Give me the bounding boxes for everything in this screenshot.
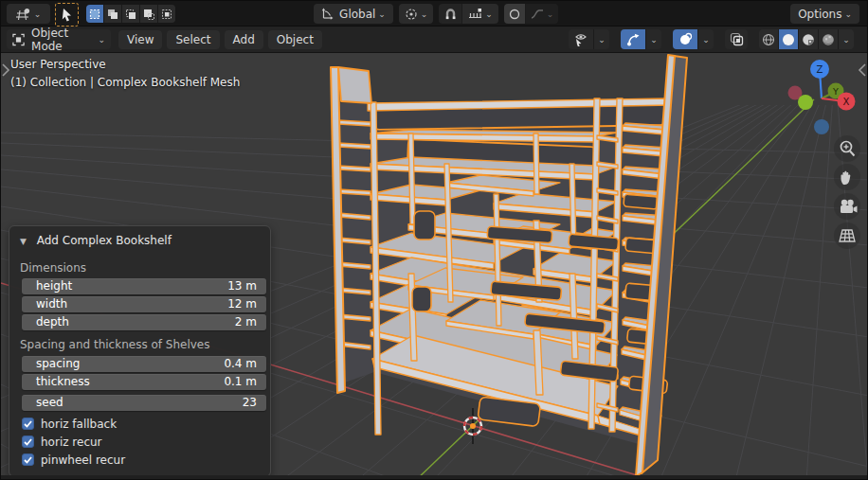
wireframe-icon xyxy=(762,33,775,46)
chevron-down-icon: ⌄ xyxy=(421,9,428,19)
select-mode-subtract[interactable] xyxy=(122,5,140,23)
viewport-header: Object Mode ⌄ View Select Add Object ⌄ xyxy=(1,27,868,53)
proportional-group: ⌄ xyxy=(504,4,558,24)
check-icon xyxy=(24,420,32,428)
view-name-label: User Perspective xyxy=(10,58,106,71)
check-icon xyxy=(24,438,32,446)
select-mode-invert[interactable] xyxy=(140,5,158,23)
orientation-axes-icon xyxy=(321,8,334,20)
mode-dropdown[interactable]: Object Mode ⌄ xyxy=(7,29,111,49)
snap-with-dropdown[interactable]: ⌄ xyxy=(462,4,498,24)
camera-view-button[interactable] xyxy=(834,193,860,220)
menu-object[interactable]: Object xyxy=(268,30,322,49)
height-slider[interactable]: height 13 m xyxy=(22,278,266,294)
shading-solid[interactable] xyxy=(779,29,799,49)
select-mode-set[interactable] xyxy=(86,5,104,23)
horiz-recur-label: horiz recur xyxy=(41,436,102,449)
shading-material[interactable] xyxy=(799,29,819,49)
chevron-down-icon: ⌄ xyxy=(702,35,710,44)
operator-panel-header[interactable]: ▼ Add Complex Bookshelf xyxy=(20,234,172,247)
pivot-point-dropdown[interactable]: ⌄ xyxy=(399,4,433,24)
snap-toggle[interactable] xyxy=(439,4,462,24)
proportional-editing-toggle[interactable] xyxy=(504,4,526,24)
gizmos-toggle[interactable] xyxy=(621,29,646,49)
rendered-icon xyxy=(822,33,835,46)
horiz-recur-checkbox[interactable] xyxy=(22,436,34,448)
shading-chevron[interactable]: ⌄ xyxy=(839,29,854,49)
select-mode-extend[interactable] xyxy=(104,5,122,23)
active-tool-select-box[interactable] xyxy=(55,3,79,27)
check-icon xyxy=(24,456,32,464)
smooth-curve-icon xyxy=(531,9,544,20)
eye-cursor-icon xyxy=(573,32,588,46)
seed-slider[interactable]: seed 23 xyxy=(22,395,266,411)
shading-rendered[interactable] xyxy=(819,29,839,49)
zoom-icon xyxy=(837,138,858,159)
editor-type-dropdown[interactable]: ⌄ xyxy=(7,4,50,24)
navigation-gizmo[interactable]: Z Y X xyxy=(784,50,859,137)
increments-icon xyxy=(468,8,482,20)
pinwheel-recur-label: pinwheel recur xyxy=(41,453,125,467)
orientation-label: Global xyxy=(339,8,375,21)
select-mode-intersect[interactable] xyxy=(158,5,175,23)
camera-icon xyxy=(836,196,859,217)
shading-wireframe[interactable] xyxy=(759,29,779,49)
chevron-down-icon: ⌄ xyxy=(650,35,658,44)
perspective-grid-icon xyxy=(836,225,859,246)
horiz-fallback-checkbox[interactable] xyxy=(22,418,34,430)
gizmo-z-label: Z xyxy=(817,64,823,75)
options-label: Options xyxy=(798,8,841,21)
horiz-fallback-row: horiz fallback xyxy=(22,417,117,431)
chevron-down-icon: ⌄ xyxy=(485,9,493,19)
collapse-triangle-icon: ▼ xyxy=(20,237,27,246)
gizmos-group: ⌄ xyxy=(621,29,661,49)
mode-label: Object Mode xyxy=(31,27,98,53)
xray-icon xyxy=(730,32,744,46)
pan-button[interactable] xyxy=(834,164,860,190)
gizmos-chevron[interactable]: ⌄ xyxy=(646,29,661,49)
toolbar-expand-arrow[interactable] xyxy=(1,62,10,79)
3d-viewport-icon xyxy=(16,8,31,21)
thickness-slider[interactable]: thickness 0.1 m xyxy=(22,374,266,390)
chevron-down-icon: ⌄ xyxy=(598,35,606,44)
viewport-controls: ⌄ ⌄ ⌄ xyxy=(569,29,854,49)
select-mode-group xyxy=(86,5,175,23)
circle-icon xyxy=(509,9,520,20)
dimensions-section-label: Dimensions xyxy=(20,261,86,275)
spacing-slider[interactable]: spacing 0.4 m xyxy=(22,356,266,372)
depth-slider[interactable]: depth 2 m xyxy=(22,314,266,330)
zoom-button[interactable] xyxy=(834,135,860,162)
snap-group: ⌄ xyxy=(439,4,498,24)
options-dropdown[interactable]: Options ⌄ xyxy=(790,4,859,24)
show-gizmo-group: ⌄ xyxy=(569,29,609,49)
xray-toggle[interactable] xyxy=(725,29,748,49)
menu-select[interactable]: Select xyxy=(167,30,219,49)
chevron-down-icon: ⌄ xyxy=(844,9,852,19)
gizmo-neg-z-ball[interactable] xyxy=(814,119,829,134)
overlays-sphere-icon xyxy=(678,32,693,46)
object-mode-icon xyxy=(12,33,25,46)
overlays-toggle[interactable] xyxy=(673,29,698,49)
overlays-chevron[interactable]: ⌄ xyxy=(698,29,714,49)
pivot-icon xyxy=(405,8,418,21)
width-slider[interactable]: width 12 m xyxy=(22,296,266,312)
shading-group: ⌄ xyxy=(759,29,854,49)
menu-view[interactable]: View xyxy=(118,30,162,49)
gizmo-y-label: Y xyxy=(832,86,839,97)
falloff-dropdown[interactable]: ⌄ xyxy=(526,4,558,24)
hand-icon xyxy=(837,167,858,187)
blender-window: ⌄ xyxy=(0,0,868,480)
transform-cluster: Global ⌄ ⌄ ⌄ xyxy=(314,4,558,24)
pinwheel-recur-checkbox[interactable] xyxy=(22,453,34,466)
horiz-recur-row: horiz recur xyxy=(22,435,102,449)
cursor-arrow-icon xyxy=(61,8,73,22)
chevron-down-icon: ⌄ xyxy=(378,9,386,19)
toggle-orthographic-button[interactable] xyxy=(834,222,860,249)
menu-add[interactable]: Add xyxy=(225,30,263,49)
visibility-dropdown[interactable] xyxy=(569,29,594,49)
gizmo-neg-y-ball[interactable] xyxy=(798,95,813,110)
orientation-dropdown[interactable]: Global ⌄ xyxy=(314,4,393,24)
panel-title: Add Complex Bookshelf xyxy=(37,234,172,247)
chevron-down-icon: ⌄ xyxy=(842,35,850,44)
visibility-chevron[interactable]: ⌄ xyxy=(594,29,609,49)
